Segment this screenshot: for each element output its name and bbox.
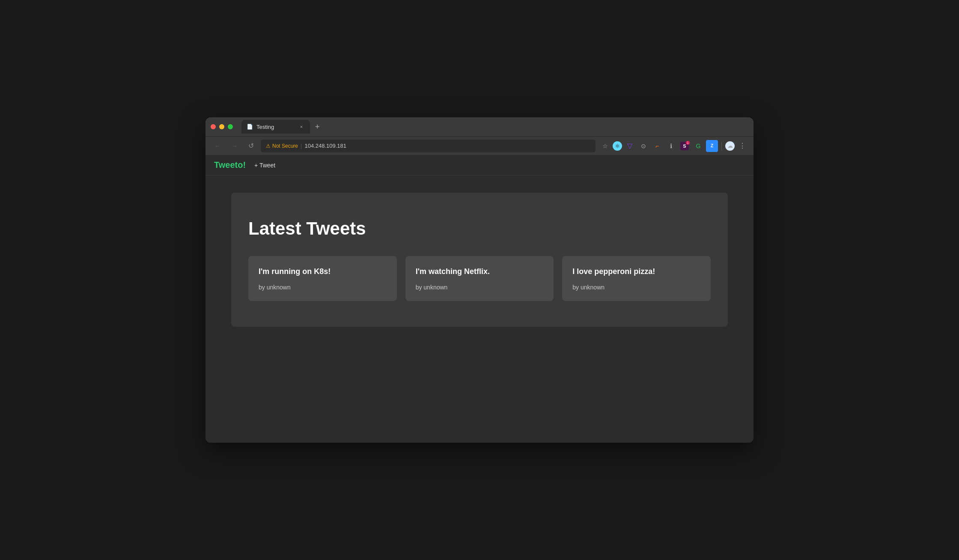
warning-icon: ⚠ bbox=[266, 143, 271, 149]
reload-button[interactable]: ↺ bbox=[245, 140, 257, 152]
tweet-author-1: by unknown bbox=[416, 284, 544, 291]
address-bar[interactable]: ⚠ Not Secure | 104.248.109.181 bbox=[261, 140, 596, 152]
toolbar-separator bbox=[721, 142, 722, 150]
app-logo[interactable]: Tweeto! bbox=[214, 160, 246, 170]
tweet-author-2: by unknown bbox=[572, 284, 700, 291]
new-tab-button[interactable]: + bbox=[312, 121, 323, 133]
tab-close-button[interactable]: × bbox=[298, 123, 305, 130]
tweet-card-0[interactable]: I'm running on K8s! by unknown bbox=[248, 256, 397, 301]
browser-menu-button[interactable]: ⋮ bbox=[736, 140, 748, 152]
bookmark-button[interactable]: ☆ bbox=[599, 140, 611, 152]
tweet-card-2[interactable]: I love pepperoni pizza! by unknown bbox=[562, 256, 711, 301]
grammarly-icon[interactable]: G bbox=[692, 140, 704, 152]
back-button[interactable]: ← bbox=[211, 140, 224, 152]
tweet-text-1: I'm watching Netflix. bbox=[416, 266, 544, 277]
active-tab[interactable]: 📄 Testing × bbox=[241, 120, 310, 134]
tweets-grid: I'm running on K8s! by unknown I'm watch… bbox=[248, 256, 711, 301]
tab-page-icon: 📄 bbox=[247, 124, 253, 130]
tweets-container: Latest Tweets I'm running on K8s! by unk… bbox=[231, 193, 728, 327]
tweet-author-0: by unknown bbox=[259, 284, 387, 291]
browser-window: 📄 Testing × + ← → ↺ ⚠ Not Secure | 104.2… bbox=[206, 117, 754, 443]
title-bar: 📄 Testing × + bbox=[206, 117, 754, 136]
vuetify-icon[interactable]: ▽ bbox=[624, 140, 636, 152]
tweet-text-0: I'm running on K8s! bbox=[259, 266, 387, 277]
forward-button[interactable]: → bbox=[228, 140, 241, 152]
address-text: 104.248.109.181 bbox=[304, 143, 346, 149]
security-label: Not Secure bbox=[272, 143, 298, 149]
nav-bar: ← → ↺ ⚠ Not Secure | 104.248.109.181 ☆ ⚛… bbox=[206, 136, 754, 155]
nav-actions: ☆ ⚛ ▽ ⊙ ⌐ ℹ S 1 G Z ☁ ⋮ bbox=[599, 140, 748, 152]
lastpass-icon[interactable]: ⊙ bbox=[637, 140, 649, 152]
tweet-card-1[interactable]: I'm watching Netflix. by unknown bbox=[405, 256, 554, 301]
maximize-button[interactable] bbox=[228, 124, 233, 129]
minimize-button[interactable] bbox=[219, 124, 224, 129]
weather-icon[interactable]: ☁ bbox=[725, 141, 735, 151]
react-devtools-icon[interactable]: ⚛ bbox=[613, 141, 622, 151]
section-title: Latest Tweets bbox=[248, 218, 711, 239]
untools-icon[interactable]: ⌐ bbox=[651, 140, 663, 152]
app-navbar: Tweeto! + Tweet bbox=[206, 155, 754, 176]
zoom-icon[interactable]: Z bbox=[706, 140, 718, 152]
security-warning: ⚠ Not Secure bbox=[266, 143, 298, 149]
traffic-lights bbox=[211, 124, 233, 129]
close-button[interactable] bbox=[211, 124, 216, 129]
slack-icon[interactable]: S 1 bbox=[679, 140, 691, 152]
info-extension-icon[interactable]: ℹ bbox=[665, 140, 677, 152]
tweet-text-2: I love pepperoni pizza! bbox=[572, 266, 700, 277]
content-area: Tweeto! + Tweet Latest Tweets I'm runnin… bbox=[206, 155, 754, 443]
tab-title: Testing bbox=[256, 124, 295, 130]
tab-bar: 📄 Testing × + bbox=[241, 120, 748, 134]
main-content: Latest Tweets I'm running on K8s! by unk… bbox=[206, 176, 754, 344]
tweet-button[interactable]: + Tweet bbox=[254, 162, 275, 169]
